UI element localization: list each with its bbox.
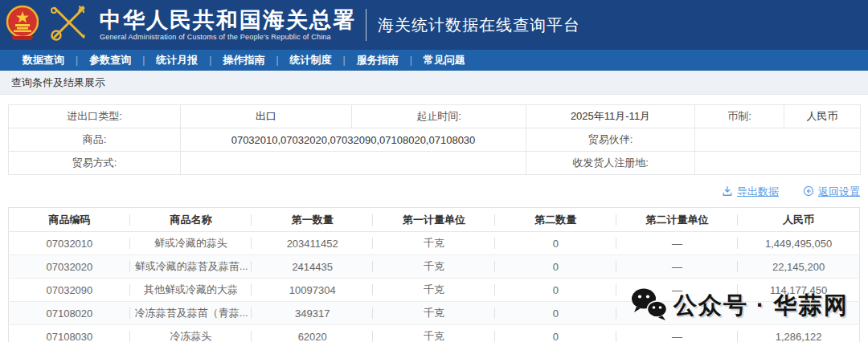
header-divider <box>366 9 366 41</box>
cell-first-quantity: 349317 <box>252 302 373 325</box>
cell-second-unit <box>616 302 738 325</box>
cell-commodity-name: 其他鲜或冷藏的大蒜 <box>130 279 252 302</box>
cell-commodity-name: 鲜或冷藏的蒜头 <box>130 232 252 255</box>
commodity-label: 商品: <box>9 128 181 152</box>
cell-second-unit: — <box>616 279 738 302</box>
cell-second-quantity: 0 <box>495 232 616 255</box>
cell-second-unit: — <box>616 325 738 342</box>
table-row: 07108030 冷冻蒜头 62020 千克 0 — 1,286,122 <box>9 325 860 342</box>
section-title-strip: 查询条件及结果展示 <box>0 71 868 95</box>
currency-label: 币制: <box>695 105 784 128</box>
cell-first-unit: 千克 <box>373 232 494 255</box>
site-header: 中华人民共和国海关总署 General Administration of Cu… <box>0 0 868 50</box>
results-table: 商品编码 商品名称 第一数量 第一计量单位 第二数量 第二计量单位 人民币 07… <box>8 207 860 342</box>
download-icon <box>722 185 733 199</box>
cell-second-quantity: 0 <box>495 302 616 325</box>
cell-first-quantity: 62020 <box>252 325 373 342</box>
date-range-label: 起止时间: <box>352 105 526 128</box>
col-header-commodity-code: 商品编码 <box>9 208 130 232</box>
cell-commodity-code: 07108020 <box>9 302 130 325</box>
nav-item-operation-guide[interactable]: 操作指南 <box>211 53 276 67</box>
query-row-1: 进出口类型: 出口 起止时间: 2025年11月-11月 币制: 人民币 <box>9 105 861 128</box>
table-row: 07108020 冷冻蒜苔及蒜苗（青蒜... 349317 千克 0 <box>9 302 860 325</box>
table-row: 07032020 鲜或冷藏的蒜苔及蒜苗... 2414435 千克 0 — 22… <box>9 255 860 279</box>
customs-key-emblem-icon <box>47 3 90 47</box>
nav-item-data-query[interactable]: 数据查询 <box>11 53 76 67</box>
registration-place-label: 收发货人注册地: <box>526 152 695 175</box>
cell-first-unit: 千克 <box>373 255 494 279</box>
query-conditions-table: 进出口类型: 出口 起止时间: 2025年11月-11月 币制: 人民币 商品:… <box>8 104 861 175</box>
org-name-english: General Administration of Customs of the… <box>100 33 356 41</box>
main-nav: 数据查询 | 参数查询 | 统计月报 | 操作指南 | 统计制度 | 服务指南 … <box>0 50 868 71</box>
results-toolbar: 导出数据 返回设置 <box>8 183 860 201</box>
cell-first-quantity: 203411452 <box>252 232 373 255</box>
cell-rmb-value: 1,286,122 <box>738 325 859 342</box>
section-title: 查询条件及结果展示 <box>11 75 105 90</box>
cell-commodity-name: 冷冻蒜苔及蒜苗（青蒜... <box>130 302 252 325</box>
results-header-row: 商品编码 商品名称 第一数量 第一计量单位 第二数量 第二计量单位 人民币 <box>9 208 860 232</box>
cell-commodity-code: 07032020 <box>9 255 130 279</box>
cell-first-quantity: 10097304 <box>252 279 373 302</box>
cell-rmb-value: 1,449,495,050 <box>738 232 859 255</box>
col-header-rmb: 人民币 <box>738 208 859 232</box>
import-export-type-value: 出口 <box>181 105 352 128</box>
cell-rmb-value: 114,177,450 <box>738 279 859 302</box>
nav-item-statistics-system[interactable]: 统计制度 <box>279 53 343 67</box>
cell-commodity-code: 07032090 <box>9 279 130 302</box>
col-header-second-unit: 第二计量单位 <box>616 208 738 232</box>
col-header-second-quantity: 第二数量 <box>495 208 616 232</box>
export-data-label: 导出数据 <box>737 185 779 199</box>
nav-item-service-guide[interactable]: 服务指南 <box>346 53 410 67</box>
registration-place-value <box>695 152 861 175</box>
cell-commodity-code: 07108030 <box>9 325 130 342</box>
table-row: 07032090 其他鲜或冷藏的大蒜 10097304 千克 0 — 114,1… <box>9 279 860 302</box>
platform-title: 海关统计数据在线查询平台 <box>378 14 580 36</box>
cell-second-unit: — <box>616 255 738 279</box>
query-row-3: 贸易方式: 收发货人注册地: <box>9 152 861 175</box>
cell-rmb-value <box>738 302 859 325</box>
back-arrow-icon <box>803 185 814 199</box>
query-row-2: 商品: 07032010,07032020,07032090,07108020,… <box>9 128 861 152</box>
commodity-value: 07032010,07032020,07032090,07108020,0710… <box>181 128 526 152</box>
org-title-block: 中华人民共和国海关总署 General Administration of Cu… <box>100 9 356 41</box>
cell-second-unit: — <box>616 232 738 255</box>
cell-commodity-code: 07032010 <box>9 232 130 255</box>
cell-second-quantity: 0 <box>495 255 616 279</box>
export-data-button[interactable]: 导出数据 <box>722 185 779 199</box>
back-to-settings-button[interactable]: 返回设置 <box>803 185 860 199</box>
cell-first-unit: 千克 <box>373 325 494 342</box>
cell-rmb-value: 22,145,200 <box>738 255 859 279</box>
date-range-value: 2025年11月-11月 <box>526 105 695 128</box>
trade-partner-value <box>695 128 861 152</box>
cell-first-unit: 千克 <box>373 279 494 302</box>
org-name: 中华人民共和国海关总署 <box>100 9 356 33</box>
cell-first-unit: 千克 <box>373 302 494 325</box>
trade-mode-value <box>181 152 526 175</box>
back-to-settings-label: 返回设置 <box>818 185 860 199</box>
nav-item-parameter-query[interactable]: 参数查询 <box>78 53 142 67</box>
import-export-type-label: 进出口类型: <box>9 105 181 128</box>
cell-second-quantity: 0 <box>495 325 616 342</box>
table-row: 07032010 鲜或冷藏的蒜头 203411452 千克 0 — 1,449,… <box>9 232 860 255</box>
cell-commodity-name: 鲜或冷藏的蒜苔及蒜苗... <box>130 255 252 279</box>
trade-partner-label: 贸易伙伴: <box>526 128 695 152</box>
col-header-first-quantity: 第一数量 <box>252 208 373 232</box>
trade-mode-label: 贸易方式: <box>9 152 181 175</box>
national-emblem-icon <box>6 5 39 45</box>
col-header-commodity-name: 商品名称 <box>130 208 252 232</box>
currency-value: 人民币 <box>784 105 861 128</box>
nav-item-faq[interactable]: 常见问题 <box>412 53 477 67</box>
cell-commodity-name: 冷冻蒜头 <box>130 325 252 342</box>
cell-first-quantity: 2414435 <box>252 255 373 279</box>
nav-item-monthly-report[interactable]: 统计月报 <box>145 53 209 67</box>
col-header-first-unit: 第一计量单位 <box>373 208 494 232</box>
cell-second-quantity: 0 <box>495 279 616 302</box>
